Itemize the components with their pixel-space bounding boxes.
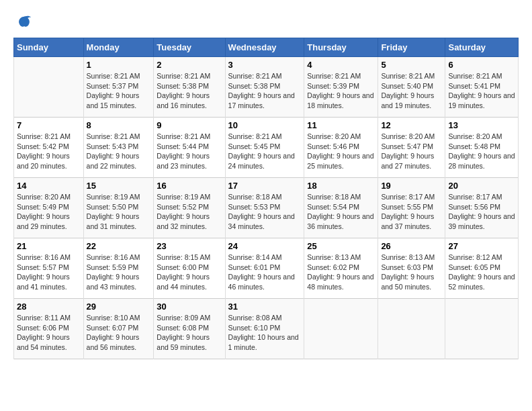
day-cell: 16Sunrise: 8:19 AMSunset: 5:52 PMDayligh…	[154, 178, 225, 238]
col-header-wednesday: Wednesday	[225, 38, 304, 57]
day-info: Sunrise: 8:21 AMSunset: 5:37 PMDaylight:…	[87, 71, 151, 111]
day-cell	[14, 57, 84, 118]
day-info: Sunrise: 8:16 AMSunset: 5:59 PMDaylight:…	[87, 253, 151, 292]
col-header-sunday: Sunday	[14, 38, 84, 57]
day-number: 1	[87, 60, 151, 70]
day-number: 15	[87, 181, 151, 191]
day-info: Sunrise: 8:21 AMSunset: 5:41 PMDaylight:…	[448, 71, 515, 111]
day-cell: 3Sunrise: 8:21 AMSunset: 5:38 PMDaylight…	[225, 57, 304, 118]
day-info: Sunrise: 8:13 AMSunset: 6:03 PMDaylight:…	[381, 253, 442, 292]
day-number: 11	[307, 120, 375, 130]
day-cell: 14Sunrise: 8:20 AMSunset: 5:49 PMDayligh…	[14, 178, 84, 238]
calendar-table: SundayMondayTuesdayWednesdayThursdayFrid…	[13, 38, 519, 359]
day-info: Sunrise: 8:17 AMSunset: 5:55 PMDaylight:…	[381, 192, 442, 232]
day-number: 19	[381, 181, 442, 191]
day-cell: 18Sunrise: 8:18 AMSunset: 5:54 PMDayligh…	[304, 178, 378, 238]
day-info: Sunrise: 8:19 AMSunset: 5:52 PMDaylight:…	[157, 192, 222, 232]
day-info: Sunrise: 8:21 AMSunset: 5:43 PMDaylight:…	[87, 132, 151, 171]
day-cell	[378, 299, 445, 359]
day-info: Sunrise: 8:08 AMSunset: 6:10 PMDaylight:…	[228, 313, 302, 353]
day-number: 16	[157, 181, 222, 191]
week-row-3: 14Sunrise: 8:20 AMSunset: 5:49 PMDayligh…	[14, 178, 519, 238]
day-cell: 21Sunrise: 8:16 AMSunset: 5:57 PMDayligh…	[14, 238, 84, 299]
day-info: Sunrise: 8:21 AMSunset: 5:44 PMDaylight:…	[157, 132, 222, 171]
day-number: 20	[448, 181, 515, 191]
day-cell: 4Sunrise: 8:21 AMSunset: 5:39 PMDaylight…	[304, 57, 378, 118]
day-number: 21	[17, 241, 81, 251]
day-number: 26	[381, 241, 442, 251]
day-number: 30	[157, 302, 222, 312]
day-cell: 26Sunrise: 8:13 AMSunset: 6:03 PMDayligh…	[378, 238, 445, 299]
day-info: Sunrise: 8:18 AMSunset: 5:54 PMDaylight:…	[307, 192, 375, 232]
day-number: 23	[157, 241, 222, 251]
day-info: Sunrise: 8:18 AMSunset: 5:53 PMDaylight:…	[228, 192, 302, 232]
day-info: Sunrise: 8:21 AMSunset: 5:40 PMDaylight:…	[381, 71, 442, 111]
day-number: 18	[307, 181, 375, 191]
week-row-4: 21Sunrise: 8:16 AMSunset: 5:57 PMDayligh…	[14, 238, 519, 299]
col-header-tuesday: Tuesday	[154, 38, 225, 57]
day-number: 17	[228, 181, 302, 191]
day-info: Sunrise: 8:12 AMSunset: 6:05 PMDaylight:…	[448, 253, 515, 292]
day-number: 29	[87, 302, 151, 312]
day-cell: 15Sunrise: 8:19 AMSunset: 5:50 PMDayligh…	[83, 178, 154, 238]
day-cell: 1Sunrise: 8:21 AMSunset: 5:37 PMDaylight…	[83, 57, 154, 118]
day-info: Sunrise: 8:21 AMSunset: 5:39 PMDaylight:…	[307, 71, 375, 111]
day-info: Sunrise: 8:19 AMSunset: 5:50 PMDaylight:…	[87, 192, 151, 232]
day-cell: 2Sunrise: 8:21 AMSunset: 5:38 PMDaylight…	[154, 57, 225, 118]
day-info: Sunrise: 8:21 AMSunset: 5:42 PMDaylight:…	[17, 132, 81, 171]
day-cell: 23Sunrise: 8:15 AMSunset: 6:00 PMDayligh…	[154, 238, 225, 299]
day-cell: 5Sunrise: 8:21 AMSunset: 5:40 PMDaylight…	[378, 57, 445, 118]
day-info: Sunrise: 8:13 AMSunset: 6:02 PMDaylight:…	[307, 253, 375, 292]
day-cell: 6Sunrise: 8:21 AMSunset: 5:41 PMDaylight…	[445, 57, 519, 118]
col-header-friday: Friday	[378, 38, 445, 57]
day-info: Sunrise: 8:20 AMSunset: 5:48 PMDaylight:…	[448, 132, 515, 171]
day-number: 12	[381, 120, 442, 130]
day-number: 9	[157, 120, 222, 130]
day-info: Sunrise: 8:20 AMSunset: 5:47 PMDaylight:…	[381, 132, 442, 171]
day-cell: 10Sunrise: 8:21 AMSunset: 5:45 PMDayligh…	[225, 118, 304, 178]
day-info: Sunrise: 8:14 AMSunset: 6:01 PMDaylight:…	[228, 253, 302, 292]
day-cell: 20Sunrise: 8:17 AMSunset: 5:56 PMDayligh…	[445, 178, 519, 238]
day-cell	[445, 299, 519, 359]
day-number: 6	[448, 60, 515, 70]
day-info: Sunrise: 8:16 AMSunset: 5:57 PMDaylight:…	[17, 253, 81, 292]
day-cell: 31Sunrise: 8:08 AMSunset: 6:10 PMDayligh…	[225, 299, 304, 359]
day-cell: 7Sunrise: 8:21 AMSunset: 5:42 PMDaylight…	[14, 118, 84, 178]
col-header-monday: Monday	[83, 38, 154, 57]
day-info: Sunrise: 8:10 AMSunset: 6:07 PMDaylight:…	[87, 313, 151, 353]
day-cell: 8Sunrise: 8:21 AMSunset: 5:43 PMDaylight…	[83, 118, 154, 178]
day-number: 27	[448, 241, 515, 251]
day-info: Sunrise: 8:21 AMSunset: 5:38 PMDaylight:…	[228, 71, 302, 111]
day-cell: 25Sunrise: 8:13 AMSunset: 6:02 PMDayligh…	[304, 238, 378, 299]
day-cell: 11Sunrise: 8:20 AMSunset: 5:46 PMDayligh…	[304, 118, 378, 178]
day-cell: 17Sunrise: 8:18 AMSunset: 5:53 PMDayligh…	[225, 178, 304, 238]
day-number: 28	[17, 302, 81, 312]
day-info: Sunrise: 8:20 AMSunset: 5:46 PMDaylight:…	[307, 132, 375, 171]
day-info: Sunrise: 8:15 AMSunset: 6:00 PMDaylight:…	[157, 253, 222, 292]
day-cell: 13Sunrise: 8:20 AMSunset: 5:48 PMDayligh…	[445, 118, 519, 178]
day-info: Sunrise: 8:09 AMSunset: 6:08 PMDaylight:…	[157, 313, 222, 353]
day-info: Sunrise: 8:21 AMSunset: 5:45 PMDaylight:…	[228, 132, 302, 171]
day-cell: 12Sunrise: 8:20 AMSunset: 5:47 PMDayligh…	[378, 118, 445, 178]
day-number: 2	[157, 60, 222, 70]
logo	[13, 13, 34, 32]
day-number: 4	[307, 60, 375, 70]
day-number: 5	[381, 60, 442, 70]
day-number: 7	[17, 120, 81, 130]
day-info: Sunrise: 8:20 AMSunset: 5:49 PMDaylight:…	[17, 192, 81, 232]
day-info: Sunrise: 8:11 AMSunset: 6:06 PMDaylight:…	[17, 313, 81, 353]
day-info: Sunrise: 8:21 AMSunset: 5:38 PMDaylight:…	[157, 71, 222, 111]
day-number: 13	[448, 120, 515, 130]
col-header-thursday: Thursday	[304, 38, 378, 57]
day-cell	[304, 299, 378, 359]
day-number: 8	[87, 120, 151, 130]
col-header-saturday: Saturday	[445, 38, 519, 57]
day-cell: 22Sunrise: 8:16 AMSunset: 5:59 PMDayligh…	[83, 238, 154, 299]
day-number: 31	[228, 302, 302, 312]
day-cell: 9Sunrise: 8:21 AMSunset: 5:44 PMDaylight…	[154, 118, 225, 178]
day-cell: 19Sunrise: 8:17 AMSunset: 5:55 PMDayligh…	[378, 178, 445, 238]
day-cell: 30Sunrise: 8:09 AMSunset: 6:08 PMDayligh…	[154, 299, 225, 359]
day-number: 24	[228, 241, 302, 251]
day-cell: 29Sunrise: 8:10 AMSunset: 6:07 PMDayligh…	[83, 299, 154, 359]
day-cell: 24Sunrise: 8:14 AMSunset: 6:01 PMDayligh…	[225, 238, 304, 299]
